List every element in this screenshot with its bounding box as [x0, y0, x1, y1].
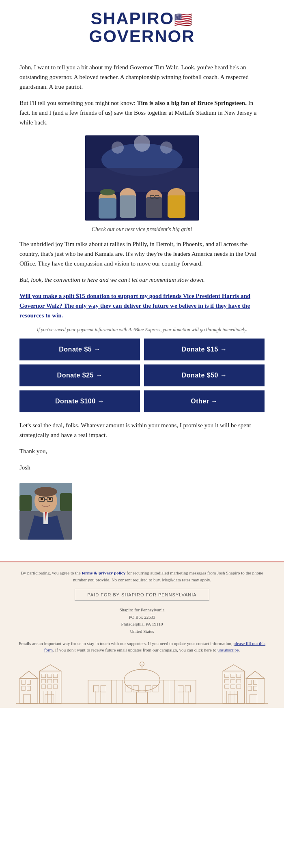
svg-point-24 [41, 498, 43, 500]
logo: SHAPIRO🇺🇸 GOVERNOR [0, 10, 284, 45]
svg-rect-12 [146, 197, 162, 218]
email-header: SHAPIRO🇺🇸 GOVERNOR [0, 0, 284, 53]
paragraph-2: But I'll tell you something you might no… [19, 98, 265, 127]
paragraph-josh: Josh [19, 463, 265, 472]
svg-rect-20 [19, 495, 32, 511]
paid-for-text: PAID FOR BY SHAPIRO FOR PENNSYLVANIA [87, 592, 196, 597]
actblue-note: If you've saved your payment information… [19, 327, 265, 333]
josh-photo [19, 483, 72, 540]
svg-point-8 [100, 189, 115, 195]
paragraph-3: The unbridled joy Tim talks about at ral… [19, 239, 265, 268]
email-body: John, I want to tell you a bit about my … [0, 53, 284, 553]
unsubscribe-link[interactable]: unsubscribe [217, 647, 239, 652]
svg-rect-21 [60, 493, 72, 511]
svg-point-23 [34, 487, 57, 497]
logo-text: SHAPIRO🇺🇸 GOVERNOR [89, 10, 195, 45]
footer-unsubscribe: Emails are an important way for us to st… [16, 640, 268, 654]
footer: By participating, you agree to the terms… [0, 562, 284, 707]
footer-legal: By participating, you agree to the terms… [16, 570, 268, 583]
svg-point-2 [112, 141, 124, 154]
bold-text: Tim is also a big fan of Bruce Springste… [137, 100, 247, 106]
svg-point-3 [134, 135, 150, 152]
donate-grid: Donate $5 → Donate $15 → Donate $25 → Do… [19, 339, 265, 412]
concert-svg [85, 135, 199, 221]
svg-rect-7 [99, 198, 116, 219]
concert-image [85, 135, 199, 221]
email-container: SHAPIRO🇺🇸 GOVERNOR John, I want to tell … [0, 0, 284, 868]
paragraph-5-link[interactable]: Will you make a split $15 donation to su… [19, 291, 265, 320]
building-illustration [16, 658, 268, 706]
donate-5-button[interactable]: Donate $5 → [19, 339, 140, 360]
concert-image-container [19, 135, 265, 222]
svg-rect-16 [168, 195, 185, 218]
donate-50-button[interactable]: Donate $50 → [144, 364, 265, 386]
terms-link[interactable]: terms & privacy policy [82, 570, 125, 575]
donate-other-button[interactable]: Other → [144, 390, 265, 412]
paragraph-4: But, look, the convention is here and we… [19, 275, 265, 285]
logo-line1: SHAPIRO [91, 9, 174, 28]
image-caption: Check out our next vice president's big … [19, 226, 265, 233]
paragraph-6: Let's seal the deal, folks. Whatever amo… [19, 420, 265, 440]
donate-100-button[interactable]: Donate $100 → [19, 390, 140, 412]
svg-point-25 [49, 498, 51, 500]
donation-link[interactable]: Will you make a split $15 donation to su… [19, 293, 250, 319]
josh-photo-svg [19, 483, 72, 540]
paragraph-1: John, I want to tell you a bit about my … [19, 62, 265, 92]
footer-address: Shapiro for Pennsylvania PO Box 22633 Ph… [16, 607, 268, 635]
donate-25-button[interactable]: Donate $25 → [19, 364, 140, 386]
flag-emoji: 🇺🇸 [174, 11, 193, 28]
svg-rect-10 [120, 195, 136, 218]
donate-15-button[interactable]: Donate $15 → [144, 339, 265, 360]
logo-line2: GOVERNOR [89, 27, 195, 46]
paid-for-box: PAID FOR BY SHAPIRO FOR PENNSYLVANIA [75, 589, 209, 601]
paragraph-thankyou: Thank you, [19, 446, 265, 456]
svg-point-4 [160, 141, 172, 154]
svg-rect-5 [85, 168, 199, 192]
